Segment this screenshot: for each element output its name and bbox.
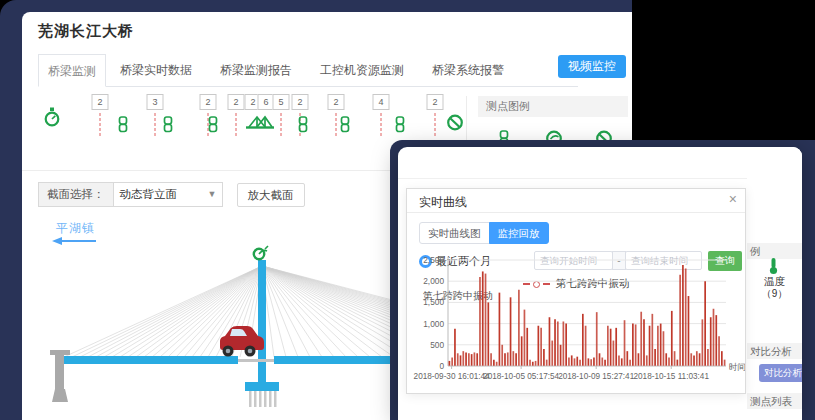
section-select-value: 动态背立面 [120,188,178,200]
sensor-count-badge: 2 [228,94,245,110]
page-title: 芜湖长江大桥 [38,22,134,41]
sensor-badge-item: 2 [427,94,444,136]
section-select-label: 截面选择： [39,183,114,206]
sensor-count-badge: 2 [292,94,309,110]
x-tick-label: 2018-10-05 05:17:54 [483,372,559,381]
compare-analysis-button[interactable]: 对比分析 [759,364,802,382]
point-list-header-fragment: 测点列表 [747,393,802,409]
chain-link-icon[interactable] [340,116,351,133]
sensor-dash-line [100,113,101,136]
divider [466,96,467,146]
sensor-badge-item: 2 [228,94,245,136]
bridge-side-label: 平湖镇 [56,220,95,237]
x-axis-name: 时间 [729,362,745,372]
divider [398,178,802,179]
section-select[interactable]: 动态背立面 ▼ [114,183,222,206]
compare-header-fragment: 对比分析 [747,343,802,359]
tab-1[interactable]: 桥梁监测 [38,54,106,87]
point-legend-header: 测点图例 [478,96,628,117]
dialog-header: 实时曲线 × [407,189,745,213]
realtime-curve-window: 例 温度 （9） 对比分析 对比分析 测点列表 实时曲线 × 实时曲线图 监控回… [398,147,802,420]
disabled-sensor-icon[interactable] [447,114,464,131]
thermometer-icon[interactable] [767,257,780,275]
temperature-count: （9） [747,287,802,301]
black-backdrop [632,0,815,147]
y-tick-label: 1,000 [423,319,444,329]
underlying-panel-strip: 例 温度 （9） 对比分析 对比分析 测点列表 [747,147,802,420]
x-tick-label: 2018-10-15 11:03:41 [634,372,710,381]
x-tick-label: 2018-10-09 15:27:41 [558,372,634,381]
sensor-count-badge: 2 [328,94,345,110]
sensor-dash-line [236,113,237,136]
sensor-count-badge: 2 [92,94,109,110]
main-tabs: 桥梁监测桥梁实时数据桥梁监测报告工控机资源监测桥梁系统报警 [38,54,578,87]
gauge-icon[interactable] [44,107,61,127]
sensor-badge-item: 3 [147,94,164,136]
tab-4[interactable]: 工控机资源监测 [306,54,418,86]
y-tick-label: 0 [439,361,444,371]
tower-piles [249,391,277,407]
close-icon[interactable]: × [729,191,737,207]
chain-link-icon[interactable] [208,116,219,133]
sensor-dash-line [381,113,382,136]
sensor-count-badge: 5 [273,94,290,110]
chain-link-icon[interactable] [395,116,406,133]
wind-sensor-icon[interactable] [254,246,268,259]
video-monitor-button[interactable]: 视频监控 [558,55,626,78]
tab-3[interactable]: 桥梁监测报告 [206,54,306,86]
bridge-tower [258,260,266,386]
bridge-deck-left [56,356,238,364]
section-select-group: 截面选择： 动态背立面 ▼ [38,182,223,207]
dialog-title: 实时曲线 [419,194,467,211]
tab-5[interactable]: 桥梁系统报警 [418,54,518,86]
dialog-tabs: 实时曲线图 监控回放 [419,222,549,244]
x-tick-label: 2018-09-30 16:01:44 [414,372,490,381]
car [220,326,264,357]
section-controls: 截面选择： 动态背立面 ▼ 放大截面 [38,182,305,207]
y-tick-label: 2,000 [423,276,444,286]
sensor-dash-line [281,113,282,136]
truss-sensor-icon[interactable] [245,112,275,131]
enlarge-section-button[interactable]: 放大截面 [237,183,305,207]
chain-link-icon[interactable] [118,116,129,133]
chain-link-icon[interactable] [298,116,309,133]
chain-link-icon[interactable] [163,116,174,133]
sensor-count-badge: 3 [147,94,164,110]
sensor-dash-line [155,113,156,136]
y-tick-label: 1,500 [423,297,444,307]
vibration-chart: 05001,0001,5002,0002,5002018-09-30 16:01… [409,255,745,389]
bridge-deck-joint [238,359,274,362]
tab-realtime-curve[interactable]: 实时曲线图 [419,222,490,244]
tab-2[interactable]: 桥梁实时数据 [106,54,206,86]
sensor-dash-line [336,113,337,136]
sensor-count-badge: 2 [200,94,217,110]
y-tick-label: 2,500 [423,255,444,265]
sensor-dash-line [435,113,436,136]
sensor-count-badge: 2 [427,94,444,110]
tower-pier-cap [245,382,279,391]
y-tick-label: 500 [430,340,444,350]
sensor-count-badge: 4 [373,94,390,110]
sensor-badge-item: 4 [373,94,390,136]
chevron-down-icon: ▼ [208,183,217,206]
sensor-badge-item: 2 [92,94,109,136]
tab-monitor-playback[interactable]: 监控回放 [489,222,549,244]
realtime-curve-dialog: 实时曲线 × 实时曲线图 监控回放 最近两个月 - 查询 第七跨跨中振动 第七跨… [406,188,746,394]
sensor-badge-item: 5 [273,94,290,136]
